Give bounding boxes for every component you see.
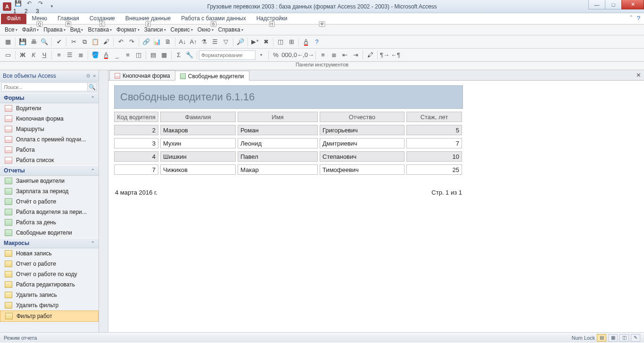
more2-icon[interactable]: ▦ [159, 50, 169, 60]
nav-item[interactable]: Отчёт о работе [0, 196, 99, 207]
bullist-icon[interactable]: ≣ [329, 50, 339, 60]
font-color-icon[interactable]: A [301, 37, 311, 47]
nav-search-input[interactable] [1, 82, 88, 91]
more3-icon[interactable]: 🔧 [184, 50, 195, 60]
tab-main[interactable]: ГлавнаяЯ [53, 14, 84, 24]
tab-create[interactable]: СозданиеС [85, 14, 120, 24]
indent-icon[interactable]: ⇥ [350, 50, 361, 60]
align-center-icon[interactable]: ☰ [65, 50, 75, 60]
close-button[interactable]: ✕ [621, 0, 644, 9]
fill-color-icon[interactable]: 🪣 [90, 50, 100, 60]
view-layout-icon[interactable]: ◫ [619, 334, 629, 342]
ltr-icon[interactable]: ¶→ [380, 50, 390, 60]
maximize-button[interactable]: □ [605, 0, 622, 9]
outdent-icon[interactable]: ⇤ [339, 50, 350, 60]
minimize-button[interactable]: — [588, 0, 605, 9]
nav-header[interactable]: Все объекты Access ⊙« [0, 70, 99, 82]
groupby-icon[interactable]: Σ [173, 50, 184, 60]
shutter-bar[interactable] [99, 70, 108, 332]
link-icon[interactable]: 🔗 [141, 37, 151, 47]
line-width-icon[interactable]: ≡ [123, 50, 133, 60]
tab-database[interactable]: Работа с базами данныхБ [176, 14, 250, 24]
nav-item[interactable]: Зарплата за период [0, 186, 99, 196]
undo-icon[interactable]: ↶ [116, 37, 126, 47]
tab-menu[interactable]: МенюQ [27, 14, 52, 24]
nav-group-header[interactable]: Макросы⌃ [0, 238, 99, 248]
view-report-icon[interactable]: ▤ [597, 334, 606, 342]
collapse-icon[interactable]: ⌃ [91, 96, 95, 100]
doctab-svobodnye[interactable]: Свободные водители [175, 71, 249, 81]
new-icon[interactable]: 🗎 [163, 37, 173, 47]
save-icon[interactable]: 💾 [17, 37, 28, 47]
help-icon[interactable]: ? [637, 15, 640, 22]
db-window-icon[interactable]: ◫ [275, 37, 286, 47]
rtl-icon[interactable]: ←¶ [390, 50, 401, 60]
new-record-icon[interactable]: ▶* [250, 37, 260, 47]
menu-all[interactable]: Все▾ [3, 25, 19, 34]
view-preview-icon[interactable]: ▦ [608, 334, 618, 342]
file-tab[interactable]: ФайлФ [1, 14, 26, 24]
nav-item[interactable]: Работа редактировать [0, 279, 99, 290]
filter-sel-icon[interactable]: ⚗ [199, 37, 209, 47]
nav-item[interactable]: Новая запись [0, 248, 99, 259]
preview-icon[interactable]: 🔍 [39, 37, 50, 47]
chart-icon[interactable]: 📊 [152, 37, 162, 47]
nav-item[interactable]: Занятые водители [0, 176, 99, 186]
print-icon[interactable]: 🖶 [28, 37, 39, 47]
numlist-icon[interactable]: ≡ [318, 50, 328, 60]
table-row[interactable]: 7ЧижиковМакарТимофеевич25 [114, 164, 644, 175]
dd1-icon[interactable]: ▾ [256, 50, 266, 60]
nav-item[interactable]: Работа за день [0, 217, 99, 228]
menu-edit[interactable]: Правка▾ [41, 25, 67, 34]
nav-item[interactable]: Удалить запись [0, 290, 99, 300]
menu-format[interactable]: Формат▾ [115, 25, 141, 34]
align-right-icon[interactable]: ≣ [75, 50, 86, 60]
nav-item[interactable]: Отчет о работе по коду [0, 269, 99, 279]
search-icon[interactable]: 🔍 [88, 82, 97, 91]
format-select[interactable] [199, 50, 256, 60]
spellcheck-icon[interactable]: ✔ [54, 37, 64, 47]
nav-item[interactable]: Фильтр работ [0, 310, 99, 322]
cut-icon[interactable]: ✂ [68, 37, 79, 47]
line-color-icon[interactable]: _ [112, 50, 122, 60]
nav-item[interactable]: Работа водителя за пери... [0, 207, 99, 217]
filter-toggle-icon[interactable]: ▽ [221, 37, 231, 47]
paste-icon[interactable]: 📋 [90, 37, 100, 47]
nav-collapse-icon[interactable]: « [93, 73, 96, 78]
tab-addins[interactable]: НадстройкиН [252, 14, 292, 24]
nav-item[interactable]: Маршруты [0, 124, 99, 134]
nav-group-header[interactable]: Формы⌃ [0, 93, 99, 103]
nav-item[interactable]: Работа [0, 145, 99, 155]
nav-item[interactable]: Водители [0, 103, 99, 114]
doctab-knopochnaya[interactable]: Кнопочная форма [109, 70, 175, 80]
doc-close-button[interactable]: ✕ [636, 72, 641, 79]
find-icon[interactable]: 🔎 [235, 37, 246, 47]
special-effect-icon[interactable]: ◫ [133, 50, 144, 60]
dec-inc-icon[interactable]: ,0← [292, 50, 303, 60]
nav-group-header[interactable]: Отчеты⌃ [0, 165, 99, 176]
thousand-icon[interactable]: 000 [281, 50, 292, 60]
align-left-icon[interactable]: ≡ [54, 50, 64, 60]
italic-icon[interactable]: К [28, 50, 39, 60]
painter-icon[interactable]: 🖌 [101, 37, 111, 47]
nav-item[interactable]: Удалить фильтр [0, 300, 99, 310]
table-row[interactable]: 4ШишкинПавелСтепанович10 [114, 151, 644, 162]
view-mode-icon[interactable]: ▦ [3, 37, 13, 47]
percent-icon[interactable]: % [271, 50, 281, 60]
ribbon-collapse-icon[interactable]: ˆ [630, 15, 632, 22]
collapse-icon[interactable]: ⌃ [91, 168, 95, 173]
sort-desc-icon[interactable]: A↑ [188, 37, 198, 47]
view-design-icon[interactable]: ✎ [631, 334, 640, 342]
underline-icon[interactable]: Ч [39, 50, 50, 60]
nav-item[interactable]: Кнопочная форма [0, 114, 99, 124]
highlight-icon[interactable]: 🖍 [365, 50, 375, 60]
nav-item[interactable]: Оплата с премией подчи... [0, 134, 99, 145]
filter-form-icon[interactable]: ☰ [210, 37, 220, 47]
table-row[interactable]: 2МакаровРоманГригорьевич5 [114, 125, 644, 135]
bold-icon[interactable]: Ж [17, 50, 28, 60]
help2-icon[interactable]: ? [312, 37, 322, 47]
table-row[interactable]: 3МухинЛеонидДмитриевич7 [114, 138, 644, 148]
select-icon[interactable]: ▭ [3, 50, 13, 60]
delete-record-icon[interactable]: ✖ [261, 37, 271, 47]
redo-icon[interactable]: ↷ [126, 37, 137, 47]
